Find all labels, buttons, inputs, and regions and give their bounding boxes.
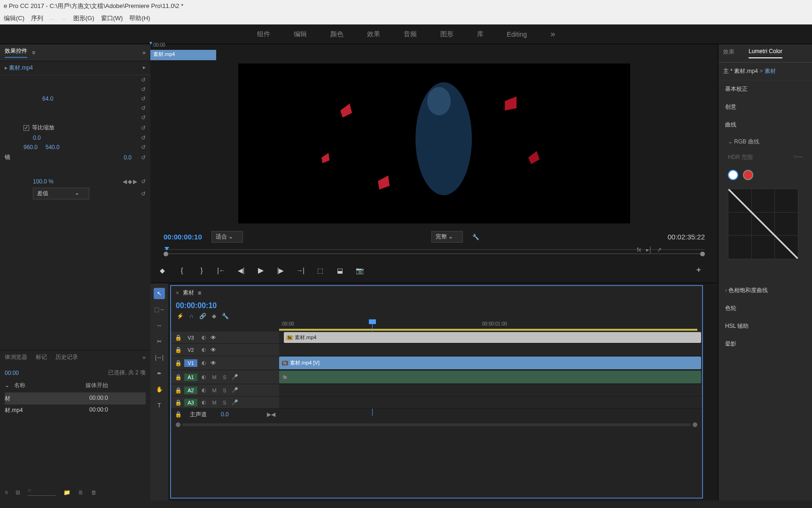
track-v3-target[interactable]: V3 (184, 334, 197, 341)
ec-toggle-icon[interactable]: ▸ (143, 64, 146, 71)
blend-mode-dropdown[interactable]: 差值 ⌄ (33, 188, 89, 199)
sync-lock-icon[interactable]: ◐ (200, 399, 208, 405)
ripple-edit-tool[interactable]: ↔ (154, 320, 165, 331)
ws-overflow-icon[interactable]: » (550, 29, 555, 39)
sync-lock-icon[interactable]: ◐ (200, 387, 208, 393)
step-back-icon[interactable]: ◀| (237, 267, 245, 274)
keyframe-icon[interactable]: ▶◀ (267, 411, 275, 418)
collapse-arrow-icon[interactable]: » (142, 49, 146, 56)
reset-icon[interactable]: ↺ (141, 154, 146, 161)
sync-lock-icon[interactable]: ◐ (200, 360, 208, 366)
overflow-icon[interactable]: » (142, 354, 146, 361)
hdr-toggle[interactable]: ○— (794, 153, 803, 161)
rgb-curve-editor[interactable] (728, 189, 798, 259)
solo-button[interactable]: S (221, 374, 228, 380)
reset-icon[interactable]: ↺ (141, 105, 146, 111)
ws-editing-cn[interactable]: 编辑 (294, 30, 307, 39)
lock-icon[interactable]: 🔒 (175, 334, 181, 341)
bin-item-sequence[interactable]: 材 00:00:0 (5, 393, 146, 405)
tab-effects[interactable]: 效果 (723, 48, 734, 58)
section-rgb-curves[interactable]: ⌄ RGB 曲线 (718, 134, 812, 150)
voice-over-icon[interactable]: 🎤 (231, 399, 239, 405)
go-to-out-icon[interactable]: →| (296, 267, 304, 274)
reset-icon[interactable]: ↺ (141, 178, 146, 185)
go-to-in-icon[interactable]: |← (217, 267, 226, 274)
ec-mini-ruler[interactable]: ▼ :00:00 (150, 42, 216, 50)
ec-value[interactable]: 0.0 (124, 154, 132, 161)
proxy-icon[interactable]: ▸│ (646, 246, 653, 253)
section-vignette[interactable]: 晕影 (718, 335, 812, 353)
fx-toggle-icon[interactable]: fx (637, 246, 641, 253)
bin-item-clip[interactable]: 材.mp4 00:00:0 (5, 405, 146, 416)
program-scrubber[interactable] (164, 249, 705, 259)
ws-effects[interactable]: 效果 (367, 30, 380, 39)
track-v1-target[interactable]: V1 (184, 359, 197, 367)
button-editor-icon[interactable]: + (696, 265, 701, 275)
section-color-wheels[interactable]: 色轮 (718, 300, 812, 318)
delete-icon[interactable]: 🗑 (91, 489, 97, 496)
menu-item[interactable]: ... (50, 14, 55, 23)
fit-dropdown[interactable]: 适合 ⌄ (211, 231, 243, 243)
reset-icon[interactable]: ↺ (141, 86, 146, 93)
uniform-scale-checkbox[interactable] (23, 125, 29, 131)
settings-wrench-icon[interactable]: 🔧 (222, 313, 229, 319)
track-v2-target[interactable]: V2 (184, 346, 197, 354)
linked-selection-icon[interactable]: 🔗 (199, 313, 206, 319)
list-view-icon[interactable]: ≡ (5, 489, 8, 496)
quality-dropdown[interactable]: 完整 ⌄ (431, 231, 463, 243)
ws-assembly[interactable]: 组件 (257, 30, 270, 39)
snap-icon[interactable]: ⚡ (177, 313, 184, 319)
sync-lock-icon[interactable]: ◐ (200, 334, 208, 341)
menu-graphics[interactable]: 图形(G) (73, 14, 94, 23)
lock-icon[interactable]: 🔒 (175, 411, 181, 418)
ec-clip-header[interactable]: ▸ 素材.mp4 ▸ (0, 61, 150, 75)
track-select-tool[interactable]: ⬚→ (154, 304, 165, 315)
slip-tool[interactable]: |↔| (154, 352, 165, 363)
ws-audio[interactable]: 音频 (404, 30, 417, 39)
lock-icon[interactable]: 🔒 (175, 387, 181, 394)
scrubber-playhead[interactable] (164, 247, 169, 251)
lock-icon[interactable]: 🔒 (175, 360, 181, 366)
new-bin-icon[interactable]: 📁 (63, 489, 70, 496)
mute-button[interactable]: M (211, 400, 218, 405)
clip-v3[interactable]: fx 素材.mp4 (284, 332, 701, 343)
reset-icon[interactable]: ↺ (141, 135, 146, 141)
timeline-ruler[interactable]: :00:00 00:00:01:00 (279, 320, 702, 332)
panel-menu-icon[interactable]: ≡ (32, 49, 35, 56)
section-basic-correction[interactable]: 基本校正 (718, 80, 812, 98)
tab-media-browser[interactable]: 体浏览器 (5, 353, 27, 361)
zoom-handle-right[interactable] (693, 422, 697, 427)
rgb-red-selector[interactable] (743, 170, 753, 180)
magnet-icon[interactable]: ∩ (189, 313, 194, 319)
reset-icon[interactable]: ↺ (141, 95, 146, 102)
eye-icon[interactable]: 👁 (211, 334, 216, 341)
voice-over-icon[interactable]: 🎤 (231, 387, 239, 393)
new-item-icon[interactable]: 🗎 (78, 489, 84, 496)
col-name[interactable]: ⌄名称 (5, 381, 70, 389)
solo-button[interactable]: S (221, 400, 228, 405)
reset-icon[interactable]: ↺ (141, 77, 146, 83)
lock-icon[interactable]: 🔒 (175, 399, 181, 406)
in-handle[interactable] (164, 252, 168, 256)
sync-lock-icon[interactable]: ◐ (200, 347, 208, 353)
lock-icon[interactable]: 🔒 (175, 374, 181, 381)
section-curves[interactable]: 曲线 (718, 116, 812, 134)
program-video-output[interactable] (238, 64, 630, 223)
out-handle[interactable] (700, 252, 705, 256)
sequence-tab[interactable]: 素材 (183, 289, 194, 297)
hand-tool[interactable]: ✋ (154, 384, 165, 395)
pos-x[interactable]: 960.0 (23, 144, 38, 151)
mute-button[interactable]: M (211, 374, 218, 380)
menu-help[interactable]: 帮助(H) (129, 14, 150, 23)
timeline-zoom[interactable] (171, 420, 702, 429)
ec-value[interactable]: 0.0 (33, 135, 41, 141)
tab-lumetri[interactable]: Lumetri Color (749, 48, 782, 58)
ws-graphics[interactable]: 图形 (440, 30, 453, 39)
effect-controls-tab[interactable]: 效果控件 (5, 47, 27, 58)
work-area-bar[interactable] (279, 329, 697, 331)
track-a2-target[interactable]: A2 (184, 387, 197, 394)
icon-view-icon[interactable]: ⊞ (16, 489, 20, 496)
selection-tool[interactable]: ↖ (154, 288, 165, 299)
clip-a1[interactable]: fx (279, 371, 701, 383)
tab-history[interactable]: 历史记录 (55, 353, 78, 361)
